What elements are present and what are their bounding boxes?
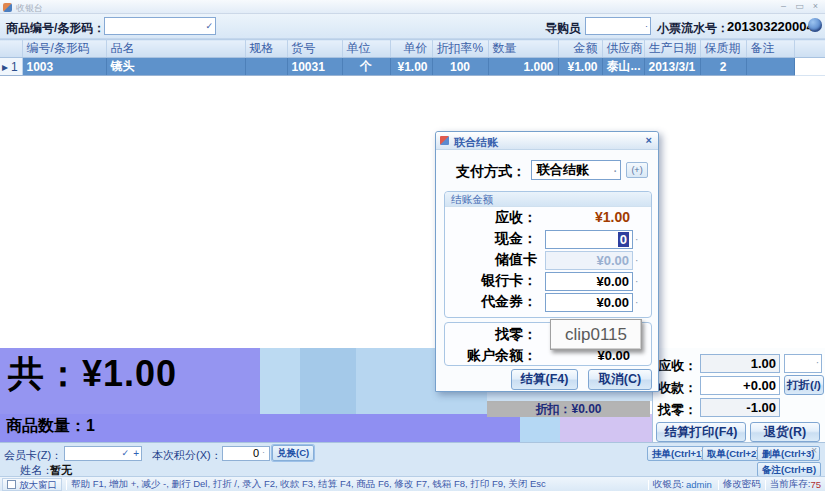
check-icon[interactable]: ✓ <box>121 448 129 458</box>
payment-method-value: 联合结账 <box>537 162 589 177</box>
received-label: 收款： <box>658 379 697 397</box>
cell-discount[interactable]: 100 <box>432 58 488 76</box>
balance-label: 账户余额： <box>445 347 537 365</box>
dropdown-dot-icon[interactable]: · <box>635 297 638 308</box>
hold-order-button[interactable]: 挂单(Ctrl+1) <box>647 446 710 461</box>
cell-proddate[interactable]: 2013/3/1 <box>644 58 700 76</box>
cell-amount[interactable]: ¥1.00 <box>558 58 602 76</box>
settle-button[interactable]: 结算(F4) <box>511 369 578 390</box>
retrieve-order-button[interactable]: 取单(Ctrl+2) <box>702 446 765 461</box>
note-button[interactable]: 备注(Ctrl+B) <box>757 462 821 477</box>
cell-code[interactable]: 1003 <box>22 58 106 76</box>
item-count: 商品数量：1 <box>6 416 95 437</box>
cell-name[interactable]: 镜头 <box>106 58 245 76</box>
checkbox-icon[interactable] <box>7 480 16 489</box>
guide-input[interactable]: · <box>585 17 651 35</box>
received-amount-input[interactable]: +0.00 <box>700 376 780 395</box>
dropdown-dot-icon[interactable]: · <box>635 234 638 245</box>
total-amount: 共：¥1.00 <box>8 350 177 399</box>
dialog-due-value: ¥1.00 <box>545 209 633 228</box>
stored-card-label: 储值卡 <box>445 251 537 269</box>
dropdown-dot-icon[interactable]: · <box>262 447 265 457</box>
cell-shelflife[interactable]: 2 <box>700 58 746 76</box>
dropdown-dot-icon[interactable]: · <box>645 21 648 31</box>
minimize-icon[interactable]: – <box>778 1 789 11</box>
panel-close-icon[interactable]: × <box>811 445 817 456</box>
due-amount-field: 1.00 <box>700 354 780 373</box>
table-row[interactable]: ▸1 1003 镜头 10031 个 ¥1.00 100 1.000 ¥1.00… <box>0 58 825 76</box>
cash-input[interactable]: 0 <box>545 230 633 249</box>
grid-header-row: 编号/条形码 品名 规格 货号 单位 单价 折扣率% 数量 金额 供应商 生产日… <box>0 40 825 58</box>
col-qty: 数量 <box>488 40 558 58</box>
col-unit: 单位 <box>342 40 390 58</box>
discount-label: 折扣： <box>535 402 571 416</box>
cell-qty[interactable]: 1.000 <box>488 58 558 76</box>
voucher-row: 代金券： ¥0.00 · <box>445 292 651 312</box>
payment-type-select[interactable]: · <box>784 354 822 373</box>
dropdown-dot-icon[interactable]: · <box>635 276 638 287</box>
payment-method-select[interactable]: 联合结账 · <box>531 160 621 180</box>
add-payment-button[interactable]: (+) <box>626 162 648 178</box>
discount-button[interactable]: 打折(/) <box>784 375 824 395</box>
dialog-title: 联合结账 <box>454 135 498 150</box>
items-grid: 编号/条形码 品名 规格 货号 单位 单价 折扣率% 数量 金额 供应商 生产日… <box>0 39 825 76</box>
zoom-window-label: 放大窗口 <box>19 479 57 490</box>
cell-itemno[interactable]: 10031 <box>287 58 342 76</box>
group-title: 结账金额 <box>445 192 651 207</box>
dialog-icon <box>440 136 449 145</box>
cell-supplier[interactable]: 泰山... <box>602 58 644 76</box>
stock-value: 75 <box>810 479 821 490</box>
redeem-button[interactable]: 兑换(C) <box>272 445 314 461</box>
cashier-value: admin <box>686 479 712 490</box>
cashier-label: 收银员: <box>653 478 684 491</box>
voucher-input[interactable]: ¥0.00 <box>545 293 633 312</box>
voucher-label: 代金券： <box>445 293 537 311</box>
change-password-link[interactable]: 修改密码 <box>723 478 761 491</box>
dropdown-dot-icon[interactable]: · <box>816 357 819 368</box>
col-name: 品名 <box>106 40 245 58</box>
col-proddate: 生产日期 <box>644 40 700 58</box>
separator <box>765 480 766 490</box>
check-icon[interactable]: ✓ <box>205 21 213 31</box>
row-arrow-icon: ▸ <box>2 60 8 74</box>
stored-card-input: ¥0.00 <box>545 251 633 270</box>
total-value: ¥1.00 <box>82 353 177 394</box>
receipt-label: 小票流水号： <box>657 20 729 37</box>
bottom-bar: 会员卡(Z)： ✓ + 本次积分(X)： 0 · 兑换(C) 挂单(Ctrl+1… <box>0 442 825 491</box>
band-blue-block-2 <box>300 348 356 414</box>
change-label: 找零： <box>658 401 697 419</box>
maximize-icon[interactable]: ▭ <box>794 1 805 11</box>
window-controls: – ▭ × <box>778 1 821 11</box>
dropdown-dot-icon: · <box>635 255 638 266</box>
brand-icon[interactable] <box>808 18 822 32</box>
stock-label: 当前库存: <box>770 478 811 491</box>
member-card-input[interactable]: ✓ + <box>64 446 142 461</box>
row-selector-cell[interactable]: ▸1 <box>0 58 22 76</box>
close-icon[interactable]: × <box>810 1 821 11</box>
cell-spec[interactable] <box>245 58 287 76</box>
dialog-close-icon[interactable]: × <box>646 134 652 146</box>
return-goods-button[interactable]: 退货(R) <box>750 422 820 442</box>
bank-card-input[interactable]: ¥0.00 <box>545 272 633 291</box>
cell-unit[interactable]: 个 <box>342 58 390 76</box>
cancel-button[interactable]: 取消(C) <box>588 369 652 390</box>
cell-remark[interactable] <box>746 58 794 76</box>
cell-price[interactable]: ¥1.00 <box>390 58 432 76</box>
delete-order-button[interactable]: 删单(Ctrl+3) <box>757 446 820 461</box>
col-discount: 折扣率% <box>432 40 488 58</box>
discount-bar: 折扣：¥0.00 <box>487 401 650 417</box>
cell-filler <box>794 58 825 76</box>
col-supplier: 供应商 <box>602 40 644 58</box>
col-shelflife: 保质期 <box>700 40 746 58</box>
settlement-dialog: 联合结账 × 支付方式： 联合结账 · (+) 结账金额 应收： ¥1.00 现… <box>435 131 659 392</box>
settlement-amount-group: 结账金额 应收： ¥1.00 现金： 0 · 储值卡 ¥0.00 · 银行卡： … <box>444 191 652 318</box>
col-filler <box>794 40 825 58</box>
discount-value: ¥0.00 <box>571 402 601 416</box>
plus-icon[interactable]: + <box>133 448 139 459</box>
settle-print-button[interactable]: 结算打印(F4) <box>656 422 746 442</box>
zoom-window-toggle[interactable]: 放大窗口 <box>2 478 62 491</box>
product-code-input[interactable]: ✓ <box>104 17 216 35</box>
dropdown-dot-icon[interactable]: · <box>614 163 617 181</box>
change-amount-field: -1.00 <box>700 398 780 417</box>
member-card-label: 会员卡(Z)： <box>4 448 62 463</box>
